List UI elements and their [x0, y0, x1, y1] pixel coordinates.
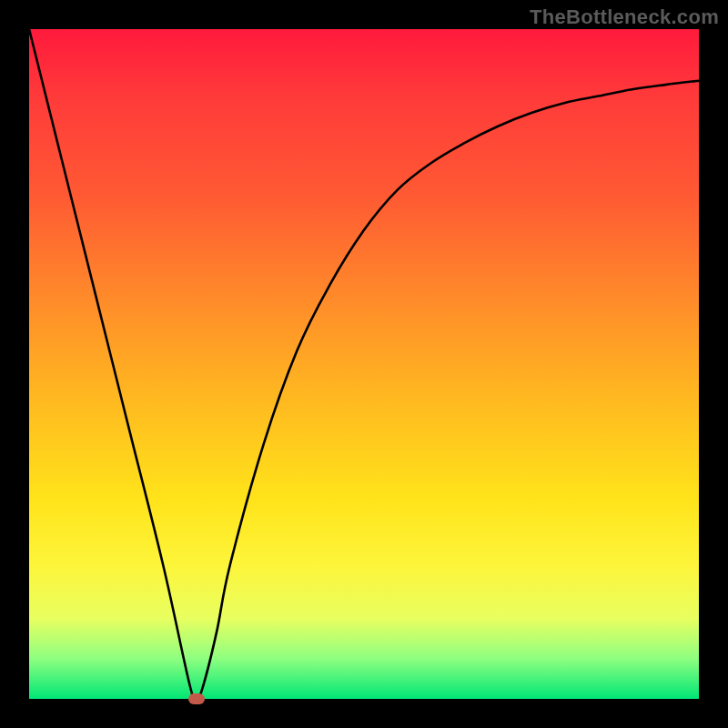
plot-area — [29, 29, 699, 699]
bottleneck-marker — [188, 693, 205, 704]
chart-frame: TheBottleneck.com — [0, 0, 728, 728]
bottleneck-curve — [29, 29, 699, 699]
watermark-text: TheBottleneck.com — [530, 5, 719, 29]
